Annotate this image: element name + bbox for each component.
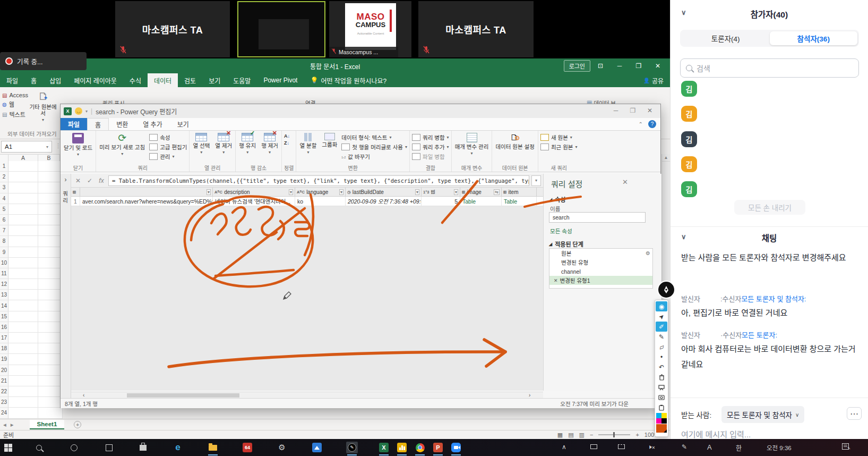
tab-panelists[interactable]: 토론자(4) [682, 31, 770, 45]
participant-avatar-1[interactable]: 김 [681, 81, 697, 97]
video-tile-2-active-speaker[interactable] [237, 1, 325, 57]
column-header-link[interactable]: ▾ [80, 188, 213, 196]
taskbar-search-icon[interactable] [33, 442, 45, 453]
photos-icon[interactable] [311, 442, 323, 453]
cell-ttl[interactable]: 5 [422, 197, 460, 206]
cell-a6[interactable] [8, 215, 38, 225]
commit-formula-icon[interactable]: ✓ [85, 177, 94, 184]
sheet-nav-right-icon[interactable]: ▸ [11, 421, 14, 428]
get-data-access-button[interactable]: ▤Access [2, 92, 28, 98]
excel-tab-10[interactable]: Power Pivot [257, 73, 304, 87]
excel-row-8[interactable]: 8 [0, 236, 63, 247]
excel-grid[interactable]: 123456789101112131415161718192021222324 [0, 161, 63, 419]
row-number[interactable]: 5 [0, 204, 8, 215]
excel-tab-6[interactable]: 데이터 [148, 73, 178, 87]
pq-tab-home[interactable]: 홈 [87, 118, 109, 130]
recipient-dropdown[interactable]: 모든 토론자 및 참석자 ∨ [721, 406, 804, 423]
cell-a18[interactable] [8, 343, 38, 354]
chat-more-button[interactable]: ⋯ [847, 407, 862, 420]
ime-korean-icon[interactable]: 한 [736, 443, 742, 452]
clipboard-tool[interactable] [656, 402, 667, 412]
cell-b15[interactable] [38, 311, 63, 322]
zoom-slider[interactable] [598, 434, 630, 435]
keep-rows-button[interactable]: ✓행 유지▾ [238, 132, 257, 156]
select-all-corner[interactable] [0, 155, 8, 161]
row-number[interactable]: 19 [0, 354, 8, 365]
cell-b3[interactable] [38, 182, 63, 193]
row-number[interactable]: 1 [0, 161, 8, 172]
recent-sources-button[interactable]: 최근 원본 ▾ [540, 143, 578, 151]
add-sheet-icon[interactable]: + [74, 421, 81, 428]
column-header-description[interactable]: AᴮCdescription▾ [213, 188, 295, 196]
row-number[interactable]: 11 [0, 268, 8, 279]
cell-b8[interactable] [38, 236, 63, 247]
excel-row-11[interactable]: 11 [0, 268, 63, 279]
cell-b1[interactable] [38, 161, 63, 172]
excel-tab-8[interactable]: 보기 [202, 73, 227, 87]
format-dot-tool[interactable]: • [656, 352, 667, 362]
help-icon[interactable]: ? [648, 120, 656, 128]
group-by-button[interactable]: 그룹화 [321, 132, 338, 149]
expand-formula-icon[interactable]: ▾ [531, 175, 541, 186]
name-box[interactable]: A1▾ [1, 141, 52, 153]
expand-pane-icon[interactable]: › [61, 176, 71, 183]
sheet-nav-left-icon[interactable]: ◂ [3, 421, 6, 428]
task-view-icon[interactable] [103, 442, 115, 453]
scrollbar-thumb[interactable] [127, 393, 239, 398]
column-header-image[interactable]: ⊞image⇆ [460, 188, 502, 196]
lower-all-hands-button[interactable]: 모든 손 내리기 [734, 200, 805, 215]
row-number[interactable]: 16 [0, 322, 8, 333]
cell-a19[interactable] [8, 354, 38, 365]
cell-b4[interactable] [38, 193, 63, 204]
tray-projector-icon[interactable] [618, 443, 625, 451]
cell-link[interactable]: aver.com/search.naver?where=news&query=%… [80, 197, 213, 206]
column-header-item[interactable]: ⊞item [502, 188, 537, 196]
row-number[interactable]: 20 [0, 365, 8, 376]
excel-row-22[interactable]: 22 [0, 386, 63, 397]
draw-pen-tool[interactable]: ✎ [656, 332, 667, 342]
filter-icon[interactable]: ▾ [207, 189, 211, 195]
whiteboard-tool[interactable] [656, 382, 667, 392]
page-layout-view-icon[interactable]: ▤ [568, 432, 573, 438]
row-number[interactable]: 17 [0, 333, 8, 343]
app-64-icon[interactable]: 64 [242, 442, 253, 453]
participant-avatar-4[interactable]: 김 [681, 156, 697, 172]
maximize-icon[interactable]: ❐ [630, 58, 648, 73]
applied-step-3[interactable]: channel [549, 267, 652, 276]
excel-row-15[interactable]: 15 [0, 311, 63, 322]
normal-view-icon[interactable]: ▦ [557, 432, 563, 438]
pq-table-row-1[interactable]: 1 aver.com/search.naver?where=news&query… [71, 197, 543, 206]
clock[interactable]: 오전 9:36 [767, 443, 792, 452]
color-palette[interactable] [656, 413, 667, 424]
pq-data-preview[interactable]: ⊞ ▾ AᴮCdescription▾ AᴮClanguage▾ ◷lastBu… [71, 188, 543, 391]
cell-a11[interactable] [8, 268, 38, 279]
formula-input[interactable]: = Table.TransformColumnTypes(channel,{{"… [108, 175, 529, 186]
remove-rows-button[interactable]: ✕행 제거▾ [260, 132, 279, 156]
pq-titlebar[interactable]: X ◡ ▾ | search - Power Query 편집기 ─ ❐ ✕ [61, 104, 660, 118]
participant-avatar-3[interactable]: 김 [681, 131, 697, 147]
row-number[interactable]: 4 [0, 193, 8, 204]
delete-step-icon[interactable]: ✕ [554, 278, 558, 283]
pq-tab-view[interactable]: 보기 [170, 118, 196, 130]
excel-row-2[interactable]: 2 [0, 172, 63, 182]
participant-avatar-5[interactable]: 김 [681, 181, 697, 197]
query-name-input[interactable]: search [549, 212, 646, 223]
choose-columns-button[interactable]: 열 선택▾ [192, 132, 211, 156]
settings-icon[interactable]: ⚙ [276, 442, 288, 453]
applied-step-2[interactable]: 변경된 유형 [549, 258, 652, 267]
excel-tab-9[interactable]: 도움말 [227, 73, 257, 87]
cell-b13[interactable] [38, 290, 63, 300]
properties-button[interactable]: 속성 [149, 133, 187, 141]
row-number[interactable]: 3 [0, 182, 8, 193]
column-header-a[interactable]: A [8, 155, 38, 161]
cell-a8[interactable] [8, 236, 38, 247]
participant-avatar-2[interactable]: 김 [681, 106, 697, 122]
chart-app-icon[interactable] [396, 442, 408, 453]
row-number[interactable]: 21 [0, 376, 8, 386]
pq-tab-transform[interactable]: 변환 [109, 118, 135, 130]
video-tile-1[interactable]: 마소캠퍼스 TA [115, 1, 230, 57]
annotation-pen-badge[interactable] [657, 281, 675, 299]
excel-taskbar-icon[interactable]: X [378, 442, 390, 453]
cell-b14[interactable] [38, 300, 63, 311]
excel-tab-5[interactable]: 수식 [123, 73, 148, 87]
